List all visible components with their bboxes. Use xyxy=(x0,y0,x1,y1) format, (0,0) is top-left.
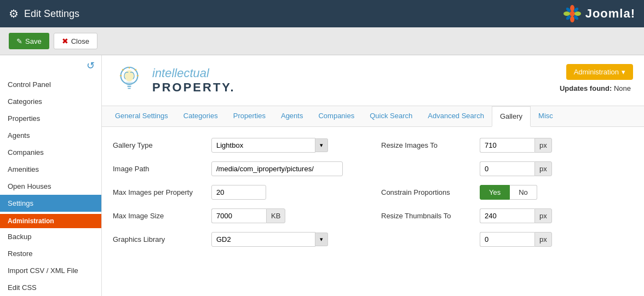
tab-misc[interactable]: Misc xyxy=(531,106,561,126)
svg-point-2 xyxy=(574,11,581,16)
main-layout: ↺ Control Panel Categories Properties Ag… xyxy=(0,55,644,296)
administration-button[interactable]: Administration ▾ xyxy=(566,64,633,80)
resize-images-group: Resize Images To px xyxy=(381,138,633,153)
sidebar-item-backup[interactable]: Backup xyxy=(0,228,101,245)
resize-images-label: Resize Images To xyxy=(381,141,474,149)
sidebar-toggle-button[interactable]: ↺ xyxy=(87,60,95,72)
resize-images-input-group: px xyxy=(480,138,552,153)
toolbar: ✎ Save ✖ Close xyxy=(0,27,644,55)
header-left: ⚙ Edit Settings xyxy=(9,7,79,20)
image-path-label: Image Path xyxy=(113,165,206,173)
sidebar-item-categories[interactable]: Categories xyxy=(0,93,101,110)
content-area: intellectual PROPERTY. Administration ▾ … xyxy=(102,55,644,296)
resize-thumbnails-input-group: px xyxy=(480,208,552,223)
image-path-right-input[interactable] xyxy=(480,161,534,176)
graphics-library-dropdown-btn[interactable]: ▾ xyxy=(315,233,328,246)
content-header: intellectual PROPERTY. Administration ▾ … xyxy=(102,55,644,106)
constrain-yes-button[interactable]: Yes xyxy=(480,185,510,200)
sidebar-item-companies[interactable]: Companies xyxy=(0,144,101,161)
max-images-input[interactable] xyxy=(211,185,266,200)
image-path-right-group: px xyxy=(381,161,633,176)
sidebar-item-open-houses[interactable]: Open Houses xyxy=(0,178,101,195)
sidebar-item-agents[interactable]: Agents xyxy=(0,127,101,144)
joomla-flower-icon xyxy=(562,4,582,24)
resize-thumbnails-unit: px xyxy=(534,208,552,223)
image-path-right-input-group: px xyxy=(480,161,552,176)
logo-property: PROPERTY. xyxy=(152,80,235,95)
tabs-bar: General Settings Categories Properties A… xyxy=(102,106,644,127)
tab-gallery[interactable]: Gallery xyxy=(492,106,531,127)
graphics-right-input-group: px xyxy=(480,232,552,247)
resize-thumbnails-label: Resize Thumbnails To xyxy=(381,212,474,220)
max-image-size-unit: KB xyxy=(266,208,285,223)
sidebar-item-settings[interactable]: Settings xyxy=(0,195,101,212)
sidebar-admin-header: Administration xyxy=(0,214,101,228)
tab-properties[interactable]: Properties xyxy=(226,106,273,126)
logo-area: intellectual PROPERTY. xyxy=(113,64,235,97)
sidebar-item-control-panel[interactable]: Control Panel xyxy=(0,76,101,93)
max-image-size-label: Max Image Size xyxy=(113,212,206,220)
close-icon: ✖ xyxy=(62,37,68,45)
header-right: Administration ▾ Updates found: None xyxy=(560,64,633,92)
sidebar-item-properties[interactable]: Properties xyxy=(0,110,101,127)
save-icon: ✎ xyxy=(16,37,22,45)
form-row-4: Max Image Size KB Resize Thumbnails To p… xyxy=(113,208,633,223)
sidebar-item-restore[interactable]: Restore xyxy=(0,245,101,262)
max-images-label: Max Images per Property xyxy=(113,188,206,196)
graphics-library-select-wrap: GD2 ▾ xyxy=(211,232,328,247)
close-button[interactable]: ✖ Close xyxy=(54,33,97,49)
gallery-type-group: Gallery Type Lightbox ▾ xyxy=(113,138,365,153)
form-row-5: Graphics Library GD2 ▾ px xyxy=(113,232,633,247)
gallery-type-label: Gallery Type xyxy=(113,141,206,149)
image-path-group: Image Path xyxy=(113,161,365,176)
max-image-size-input-group: KB xyxy=(211,208,285,223)
constrain-no-button[interactable]: No xyxy=(510,185,537,200)
graphics-right-unit: px xyxy=(534,232,552,247)
save-button[interactable]: ✎ Save xyxy=(9,33,49,49)
image-path-right-unit: px xyxy=(534,161,552,176)
gallery-type-select[interactable]: Lightbox xyxy=(211,138,315,153)
svg-point-12 xyxy=(124,70,134,82)
resize-images-unit: px xyxy=(534,138,552,153)
joomla-text: Joomla! xyxy=(585,7,635,21)
form-row-2: Image Path px xyxy=(113,161,633,176)
graphics-right-group: px xyxy=(381,232,633,247)
form-container: Gallery Type Lightbox ▾ Resize Images To… xyxy=(102,127,644,258)
sidebar-item-amenities[interactable]: Amenities xyxy=(0,161,101,178)
graphics-right-input[interactable] xyxy=(480,232,534,247)
page-title: Edit Settings xyxy=(24,8,79,20)
tab-companies[interactable]: Companies xyxy=(311,106,362,126)
resize-thumbnails-group: Resize Thumbnails To px xyxy=(381,208,633,223)
resize-images-input[interactable] xyxy=(480,138,534,153)
form-row-3: Max Images per Property Constrain Propor… xyxy=(113,185,633,200)
graphics-library-group: Graphics Library GD2 ▾ xyxy=(113,232,365,247)
max-images-group: Max Images per Property xyxy=(113,185,365,200)
resize-thumbnails-input[interactable] xyxy=(480,208,534,223)
sidebar-item-edit-css[interactable]: Edit CSS xyxy=(0,279,101,296)
max-image-size-group: Max Image Size KB xyxy=(113,208,365,223)
sidebar-toggle-area: ↺ xyxy=(0,55,101,76)
tab-general-settings[interactable]: General Settings xyxy=(107,106,176,126)
svg-point-4 xyxy=(564,11,570,16)
constrain-toggle: Yes No xyxy=(480,185,537,200)
max-image-size-input[interactable] xyxy=(211,208,266,223)
svg-point-0 xyxy=(570,11,575,16)
sidebar-item-import-csv[interactable]: Import CSV / XML File xyxy=(0,262,101,279)
constrain-group: Constrain Proportions Yes No xyxy=(381,185,633,200)
updates-found: Updates found: None xyxy=(560,84,633,92)
image-path-input[interactable] xyxy=(211,161,343,176)
gear-icon: ⚙ xyxy=(9,7,19,20)
tab-agents[interactable]: Agents xyxy=(273,106,311,126)
tab-categories[interactable]: Categories xyxy=(176,106,226,126)
tab-quick-search[interactable]: Quick Search xyxy=(362,106,420,126)
tab-advanced-search[interactable]: Advanced Search xyxy=(420,106,492,126)
gallery-type-dropdown-btn[interactable]: ▾ xyxy=(315,138,328,152)
form-row-1: Gallery Type Lightbox ▾ Resize Images To… xyxy=(113,138,633,153)
constrain-label: Constrain Proportions xyxy=(381,188,474,196)
graphics-library-label: Graphics Library xyxy=(113,235,206,243)
joomla-logo: Joomla! xyxy=(562,4,635,24)
top-header: ⚙ Edit Settings Joomla! xyxy=(0,0,644,27)
logo-intellectual: intellectual xyxy=(152,66,235,80)
svg-point-3 xyxy=(570,16,574,22)
graphics-library-select[interactable]: GD2 xyxy=(211,232,315,247)
